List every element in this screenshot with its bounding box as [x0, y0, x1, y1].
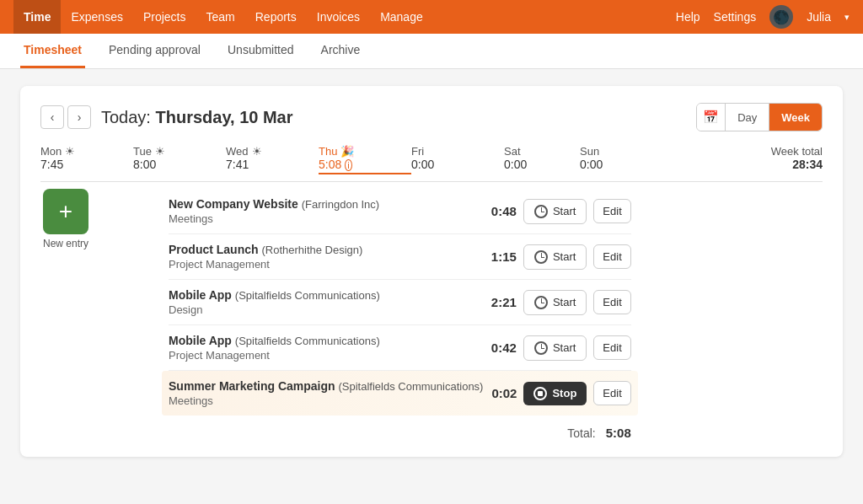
nav-items: Time Expenses Projects Team Reports Invo…: [13, 0, 676, 34]
top-nav: Time Expenses Projects Team Reports Invo…: [0, 0, 863, 34]
settings-link[interactable]: Settings: [714, 10, 757, 24]
card-header-left: ‹ › Today: Thursday, 10 Mar: [40, 105, 293, 129]
start-button[interactable]: Start: [523, 335, 587, 361]
week-view-button[interactable]: Week: [769, 104, 822, 131]
new-entry-button[interactable]: +: [43, 189, 88, 234]
prev-week-button[interactable]: ‹: [40, 105, 64, 129]
subnav-item-pending[interactable]: Pending approval: [105, 33, 204, 68]
subnav-item-archive[interactable]: Archive: [318, 33, 364, 68]
entry-project: New Company Website (Farringdon Inc): [169, 197, 483, 211]
entry-project: Mobile App (Spitalfields Communications): [169, 288, 483, 302]
subnav-item-unsubmitted[interactable]: Unsubmitted: [224, 33, 297, 68]
table-row: Mobile App (Spitalfields Communications)…: [169, 280, 631, 325]
start-button[interactable]: Start: [523, 244, 587, 270]
nav-arrows: ‹ ›: [40, 105, 91, 129]
subnav-item-timesheet[interactable]: Timesheet: [20, 33, 85, 68]
entry-time: 0:42: [483, 340, 517, 355]
edit-button[interactable]: Edit: [593, 244, 630, 269]
nav-item-projects[interactable]: Projects: [133, 0, 196, 34]
day-view-button[interactable]: Day: [726, 104, 769, 131]
calendar-icon-button[interactable]: 📅: [697, 104, 726, 131]
plus-icon: +: [59, 198, 72, 225]
entry-project: Summer Marketing Campaign (Spitalfields …: [169, 379, 483, 393]
entry-task: Design: [169, 303, 483, 316]
sub-nav: Timesheet Pending approval Unsubmitted A…: [0, 34, 863, 69]
table-row: Product Launch (Rotherhithe Design) Proj…: [169, 234, 631, 280]
day-cell-mon[interactable]: Mon ☀ 7:45: [40, 145, 133, 174]
user-name[interactable]: Julia: [807, 10, 831, 24]
table-row: Summer Marketing Campaign (Spitalfields …: [162, 371, 638, 416]
day-cell-fri[interactable]: Fri 0:00: [411, 145, 504, 174]
entries-list: New Company Website (Farringdon Inc) Mee…: [169, 189, 631, 440]
total-value: 5:08: [606, 426, 631, 440]
entry-info: New Company Website (Farringdon Inc) Mee…: [169, 197, 483, 225]
edit-button[interactable]: Edit: [593, 199, 630, 223]
entry-right: 0:02 Stop Edit: [483, 381, 630, 405]
clock-icon: [534, 296, 548, 309]
days-row: Mon ☀ 7:45 Tue ☀ 8:00 Wed ☀ 7:41 Thu 🎉 5…: [40, 145, 823, 182]
day-cell-wed[interactable]: Wed ☀ 7:41: [226, 145, 319, 174]
entry-project: Mobile App (Spitalfields Communications): [169, 334, 483, 347]
edit-button[interactable]: Edit: [593, 290, 630, 314]
entry-time: 0:48: [483, 204, 517, 218]
table-row: New Company Website (Farringdon Inc) Mee…: [169, 189, 631, 234]
today-label: Today:: [101, 108, 151, 126]
clock-icon: [534, 250, 548, 264]
view-toggle: 📅 Day Week: [696, 103, 823, 131]
entry-task: Meetings: [169, 212, 483, 225]
entry-task: Project Management: [169, 258, 483, 271]
entry-right: 0:48 Start Edit: [483, 199, 631, 224]
entries-wrapper: + New entry New Company Website (Farring…: [40, 189, 823, 440]
date-label: Thursday, 10 Mar: [156, 108, 293, 126]
card-header: ‹ › Today: Thursday, 10 Mar 📅 Day Week: [40, 103, 823, 131]
new-entry-area: + New entry: [40, 189, 91, 440]
entry-right: 0:42 Start Edit: [483, 335, 631, 361]
total-label: Total:: [567, 426, 595, 440]
nav-item-time[interactable]: Time: [13, 0, 61, 34]
entry-info: Summer Marketing Campaign (Spitalfields …: [169, 379, 483, 407]
stop-button[interactable]: Stop: [523, 382, 587, 405]
entry-time: 0:02: [483, 386, 517, 400]
entry-project: Product Launch (Rotherhithe Design): [169, 243, 483, 256]
entry-task: Project Management: [169, 349, 483, 362]
main-content: ‹ › Today: Thursday, 10 Mar 📅 Day Week M…: [0, 69, 863, 504]
entry-info: Mobile App (Spitalfields Communications)…: [169, 288, 483, 316]
timesheet-card: ‹ › Today: Thursday, 10 Mar 📅 Day Week M…: [20, 86, 843, 457]
stop-icon: [533, 387, 547, 400]
edit-button[interactable]: Edit: [593, 335, 630, 360]
day-cell-thu[interactable]: Thu 🎉 5:08 i: [319, 145, 411, 174]
new-entry-label: New entry: [43, 238, 88, 249]
clock-icon: [534, 341, 548, 355]
nav-right: Help Settings 🌑 Julia ▾: [676, 5, 850, 29]
nav-item-reports[interactable]: Reports: [245, 0, 307, 34]
total-row: Total: 5:08: [169, 416, 631, 440]
nav-item-manage[interactable]: Manage: [370, 0, 433, 34]
nav-item-team[interactable]: Team: [196, 0, 245, 34]
card-title: Today: Thursday, 10 Mar: [101, 108, 293, 127]
entry-info: Product Launch (Rotherhithe Design) Proj…: [169, 243, 483, 271]
nav-item-expenses[interactable]: Expenses: [61, 0, 132, 34]
start-button[interactable]: Start: [523, 290, 587, 315]
entry-time: 2:21: [483, 295, 517, 309]
clock-icon: [534, 205, 548, 218]
user-chevron-icon: ▾: [844, 12, 850, 23]
week-total-cell: Week total 28:34: [656, 145, 823, 174]
entry-task: Meetings: [169, 394, 483, 407]
nav-item-invoices[interactable]: Invoices: [307, 0, 370, 34]
day-cell-tue[interactable]: Tue ☀ 8:00: [133, 145, 226, 174]
avatar[interactable]: 🌑: [769, 5, 793, 29]
entry-right: 1:15 Start Edit: [483, 244, 631, 270]
day-cell-sat[interactable]: Sat 0:00: [504, 145, 580, 174]
table-row: Mobile App (Spitalfields Communications)…: [169, 325, 631, 371]
edit-button[interactable]: Edit: [593, 381, 630, 405]
next-week-button[interactable]: ›: [67, 105, 91, 129]
day-cell-sun[interactable]: Sun 0:00: [580, 145, 656, 174]
help-link[interactable]: Help: [676, 10, 700, 24]
entry-time: 1:15: [483, 249, 517, 264]
entry-info: Mobile App (Spitalfields Communications)…: [169, 334, 483, 362]
start-button[interactable]: Start: [523, 199, 587, 224]
entry-right: 2:21 Start Edit: [483, 290, 631, 315]
